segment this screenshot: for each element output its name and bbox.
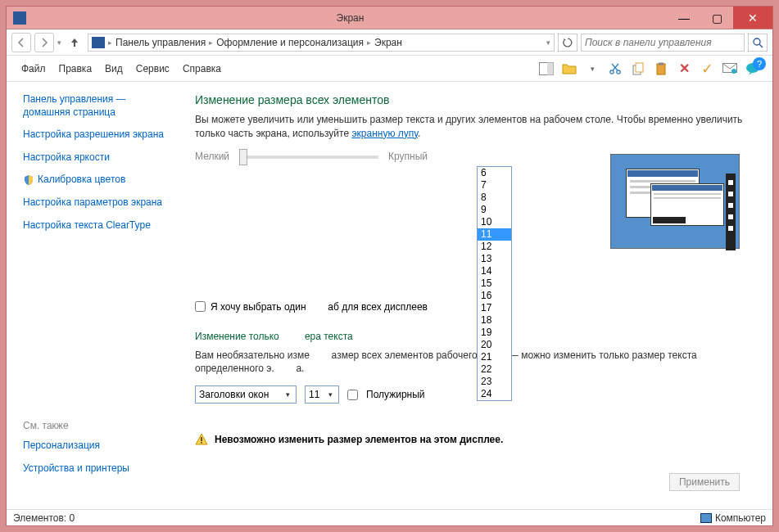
dropdown-option[interactable]: 19 <box>478 327 511 339</box>
chevron-right-icon[interactable]: ▸ <box>209 38 213 47</box>
dropdown-option[interactable]: 7 <box>478 179 511 192</box>
menu-file[interactable]: Файл <box>15 60 52 78</box>
sidebar-link[interactable]: Настройка текста ClearType <box>23 219 165 232</box>
bold-checkbox[interactable] <box>347 390 358 400</box>
heading-size-all: Изменение размера всех элементов <box>195 93 753 106</box>
check-icon[interactable]: ✓ <box>698 60 716 78</box>
preview-pane-icon[interactable] <box>537 60 555 78</box>
copy-icon[interactable] <box>629 60 647 78</box>
body: Панель управления — домашняя страница На… <box>7 82 772 509</box>
menu-edit[interactable]: Правка <box>52 60 99 78</box>
dropdown-option[interactable]: 10 <box>478 216 511 228</box>
status-left: Элементов: 0 <box>13 512 75 524</box>
forward-button[interactable] <box>34 33 54 52</box>
sidebar-link[interactable]: Калибровка цветов <box>38 174 125 187</box>
cut-icon[interactable] <box>606 60 624 78</box>
dropdown-option[interactable]: 9 <box>478 204 511 216</box>
dropdown-option[interactable]: 12 <box>478 241 511 253</box>
sidebar-seealso-link[interactable]: Устройства и принтеры <box>23 462 165 476</box>
nav-bar: ▾ ▸ Панель управления ▸ Оформление и пер… <box>7 29 772 56</box>
dropdown-option[interactable]: 8 <box>478 192 511 204</box>
sidebar-link[interactable]: Настройка яркости <box>23 151 165 165</box>
magnifier-link[interactable]: экранную лупу <box>351 128 418 139</box>
svg-rect-15 <box>201 437 202 441</box>
warning-icon <box>195 433 208 446</box>
recent-dropdown-icon[interactable]: ▾ <box>57 38 61 47</box>
menu-help[interactable]: Справка <box>176 60 228 78</box>
bold-label: Полужирный <box>366 389 425 400</box>
svg-line-1 <box>759 44 763 47</box>
status-bar: Элементов: 0 Компьютер <box>7 509 772 525</box>
sidebar-seealso-heading: См. также <box>23 420 165 431</box>
dropdown-option[interactable]: 18 <box>478 314 511 327</box>
chevron-right-icon[interactable]: ▸ <box>108 38 112 47</box>
minimize-button[interactable]: — <box>668 7 700 29</box>
text-size-controls: Заголовки окон ▾ 11 ▾ Полужирный <box>195 385 753 404</box>
mail-icon[interactable] <box>721 60 739 78</box>
dropdown-option[interactable]: 14 <box>478 265 511 277</box>
chevron-right-icon[interactable]: ▸ <box>367 38 371 47</box>
menu-tools[interactable]: Сервис <box>129 60 176 78</box>
dropdown-option[interactable]: 20 <box>478 339 511 351</box>
combo-value: Заголовки окон <box>199 389 283 400</box>
sidebar: Панель управления — домашняя страница На… <box>7 82 179 509</box>
titlebar: Экран — ▢ ✕ <box>7 7 772 29</box>
checkbox-label: Я хочу выбрать один аб для всех дисплеев <box>211 301 428 313</box>
svg-point-13 <box>731 69 736 74</box>
dropdown-option[interactable]: 17 <box>478 302 511 314</box>
svg-point-0 <box>754 38 760 45</box>
sidebar-seealso-link[interactable]: Персонализация <box>23 440 165 453</box>
refresh-button[interactable] <box>558 34 577 52</box>
dropdown-arrow-icon[interactable]: ▾ <box>583 60 601 78</box>
element-combo[interactable]: Заголовки окон ▾ <box>195 385 297 404</box>
search-button[interactable] <box>748 34 768 52</box>
apply-button[interactable]: Применить <box>669 473 740 491</box>
description-2: Вам необязательно изме азмер всех элемен… <box>195 349 753 376</box>
dropdown-option[interactable]: 22 <box>478 363 511 376</box>
svg-rect-16 <box>201 442 202 444</box>
breadcrumb-item[interactable]: Экран <box>374 37 402 48</box>
slider-track[interactable] <box>239 156 378 159</box>
svg-point-4 <box>610 70 614 73</box>
dropdown-option[interactable]: 21 <box>478 351 511 363</box>
content-pane: Изменение размера всех элементов Вы може… <box>179 82 772 509</box>
delete-icon[interactable]: ✕ <box>675 60 693 78</box>
fontsize-dropdown-list[interactable]: 6789101112131415161718192021222324 <box>477 166 512 401</box>
dropdown-option[interactable]: 15 <box>478 277 511 290</box>
folder-icon[interactable] <box>560 60 578 78</box>
breadcrumb-item[interactable]: Оформление и персонализация <box>216 37 364 48</box>
chevron-down-icon[interactable]: ▾ <box>546 38 550 47</box>
window: Экран — ▢ ✕ ▾ ▸ Панель управления ▸ Офор… <box>6 6 773 526</box>
up-button[interactable] <box>65 33 84 52</box>
chevron-down-icon: ▾ <box>283 390 292 399</box>
sidebar-link[interactable]: Настройка разрешения экрана <box>23 128 165 142</box>
dropdown-option[interactable]: 16 <box>478 290 511 302</box>
dropdown-option[interactable]: 23 <box>478 376 511 388</box>
breadcrumb[interactable]: ▸ Панель управления ▸ Оформление и персо… <box>88 34 555 52</box>
dropdown-option[interactable]: 13 <box>478 253 511 265</box>
menu-view[interactable]: Вид <box>98 60 129 78</box>
warning-text: Невозможно изменить размер элементов на … <box>215 434 503 445</box>
window-buttons: — ▢ ✕ <box>668 7 772 29</box>
search-box[interactable] <box>581 34 745 52</box>
back-button[interactable] <box>11 33 31 52</box>
maximize-button[interactable]: ▢ <box>700 7 733 29</box>
heading-text-only: Изменение только ера текста <box>195 329 753 342</box>
chevron-down-icon: ▾ <box>326 390 335 399</box>
help-icon[interactable]: ? <box>753 57 766 70</box>
sidebar-home-link[interactable]: Панель управления — домашняя страница <box>23 93 165 119</box>
sidebar-link[interactable]: Настройка параметров экрана <box>23 196 165 210</box>
slider-thumb[interactable] <box>239 149 247 165</box>
dropdown-option[interactable]: 24 <box>478 388 511 400</box>
breadcrumb-item[interactable]: Панель управления <box>115 37 206 48</box>
close-button[interactable]: ✕ <box>733 7 772 29</box>
search-input[interactable] <box>585 37 741 48</box>
dropdown-option[interactable]: 11 <box>478 228 511 241</box>
menu-bar: Файл Правка Вид Сервис Справка ▾ ✕ ✓ <box>7 56 772 82</box>
paste-icon[interactable] <box>652 60 670 78</box>
fontsize-combo[interactable]: 11 ▾ <box>305 385 339 404</box>
warning-row: Невозможно изменить размер элементов на … <box>195 433 753 446</box>
dropdown-option[interactable]: 6 <box>478 167 511 179</box>
shield-icon <box>23 174 34 186</box>
single-scale-checkbox[interactable] <box>195 301 206 312</box>
